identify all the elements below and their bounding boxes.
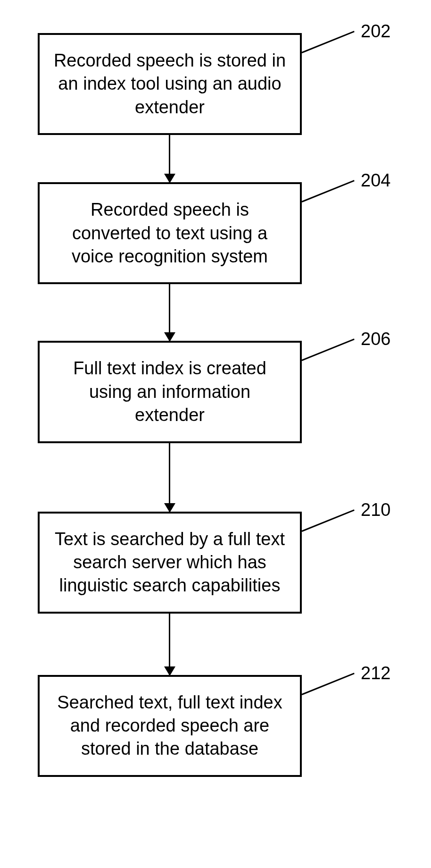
arrow-2 bbox=[169, 284, 170, 341]
step-box-3: Full text index is created using an info… bbox=[38, 341, 302, 443]
step-3-text: Full text index is created using an info… bbox=[73, 358, 266, 425]
step-box-5: Searched text, full text index and recor… bbox=[38, 675, 302, 777]
arrow-head-1 bbox=[164, 174, 175, 183]
arrow-3 bbox=[169, 443, 170, 512]
step-box-4: Text is searched by a full text search s… bbox=[38, 512, 302, 614]
step-2-text: Recorded speech is converted to text usi… bbox=[72, 200, 268, 266]
ref-label-4: 210 bbox=[361, 500, 390, 520]
ref-line-5 bbox=[301, 673, 354, 695]
step-4-text: Text is searched by a full text search s… bbox=[55, 529, 285, 596]
step-1-container: Recorded speech is stored in an index to… bbox=[38, 33, 396, 135]
arrow-head-2 bbox=[164, 332, 175, 342]
ref-line-4 bbox=[301, 509, 354, 532]
arrow-4 bbox=[169, 614, 170, 675]
step-box-2: Recorded speech is converted to text usi… bbox=[38, 182, 302, 284]
step-5-container: Searched text, full text index and recor… bbox=[38, 675, 396, 777]
step-4-container: Text is searched by a full text search s… bbox=[38, 512, 396, 614]
arrow-head-3 bbox=[164, 503, 175, 513]
step-5-text: Searched text, full text index and recor… bbox=[57, 692, 282, 759]
ref-line-3 bbox=[301, 339, 354, 362]
step-box-1: Recorded speech is stored in an index to… bbox=[38, 33, 302, 135]
flowchart-container: Recorded speech is stored in an index to… bbox=[38, 33, 396, 777]
arrow-head-4 bbox=[164, 666, 175, 676]
arrow-1 bbox=[169, 135, 170, 182]
ref-line-1 bbox=[301, 31, 354, 53]
step-3-container: Full text index is created using an info… bbox=[38, 341, 396, 443]
ref-label-5: 212 bbox=[361, 663, 390, 683]
ref-label-2: 204 bbox=[361, 170, 390, 191]
step-2-container: Recorded speech is converted to text usi… bbox=[38, 182, 396, 284]
step-1-text: Recorded speech is stored in an index to… bbox=[54, 51, 286, 117]
ref-label-1: 202 bbox=[361, 21, 390, 42]
ref-label-3: 206 bbox=[361, 329, 390, 349]
ref-line-2 bbox=[301, 180, 354, 202]
